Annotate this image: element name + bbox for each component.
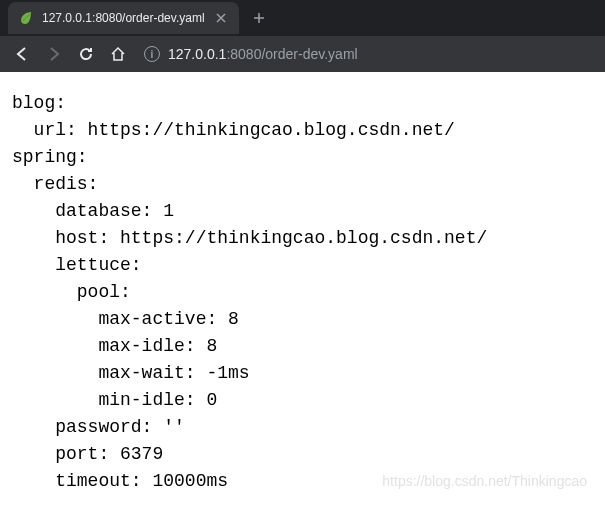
yaml-line: min-idle: 0 (12, 390, 217, 410)
url-port: :8080 (226, 46, 261, 62)
close-icon[interactable] (213, 10, 229, 26)
browser-tab[interactable]: 127.0.0.1:8080/order-dev.yaml (8, 2, 239, 34)
url-host: 127.0.0.1 (168, 46, 226, 62)
yaml-line: spring: (12, 147, 88, 167)
yaml-line: max-active: 8 (12, 309, 239, 329)
forward-button[interactable] (40, 40, 68, 68)
home-button[interactable] (104, 40, 132, 68)
new-tab-button[interactable] (245, 4, 273, 32)
watermark: https://blog.csdn.net/Thinkingcao (382, 473, 587, 489)
yaml-line: database: 1 (12, 201, 174, 221)
yaml-line: port: 6379 (12, 444, 163, 464)
yaml-line: host: https://thinkingcao.blog.csdn.net/ (12, 228, 487, 248)
yaml-line: max-wait: -1ms (12, 363, 250, 383)
browser-toolbar: i 127.0.0.1:8080/order-dev.yaml (0, 36, 605, 72)
site-info-icon[interactable]: i (144, 46, 160, 62)
back-button[interactable] (8, 40, 36, 68)
yaml-line: url: https://thinkingcao.blog.csdn.net/ (12, 120, 455, 140)
yaml-line: pool: (12, 282, 131, 302)
tab-bar: 127.0.0.1:8080/order-dev.yaml (0, 0, 605, 36)
address-bar[interactable]: i 127.0.0.1:8080/order-dev.yaml (144, 40, 597, 68)
reload-button[interactable] (72, 40, 100, 68)
yaml-line: password: '' (12, 417, 185, 437)
yaml-line: blog: (12, 93, 66, 113)
page-content: blog: url: https://thinkingcao.blog.csdn… (0, 72, 605, 505)
tab-title: 127.0.0.1:8080/order-dev.yaml (42, 11, 205, 25)
url-path: /order-dev.yaml (261, 46, 357, 62)
spring-leaf-icon (18, 10, 34, 26)
yaml-line: redis: (12, 174, 98, 194)
yaml-line: max-idle: 8 (12, 336, 217, 356)
yaml-line: timeout: 10000ms (12, 471, 228, 491)
browser-chrome: 127.0.0.1:8080/order-dev.yaml (0, 0, 605, 72)
url-display: 127.0.0.1:8080/order-dev.yaml (168, 46, 358, 62)
yaml-line: lettuce: (12, 255, 142, 275)
